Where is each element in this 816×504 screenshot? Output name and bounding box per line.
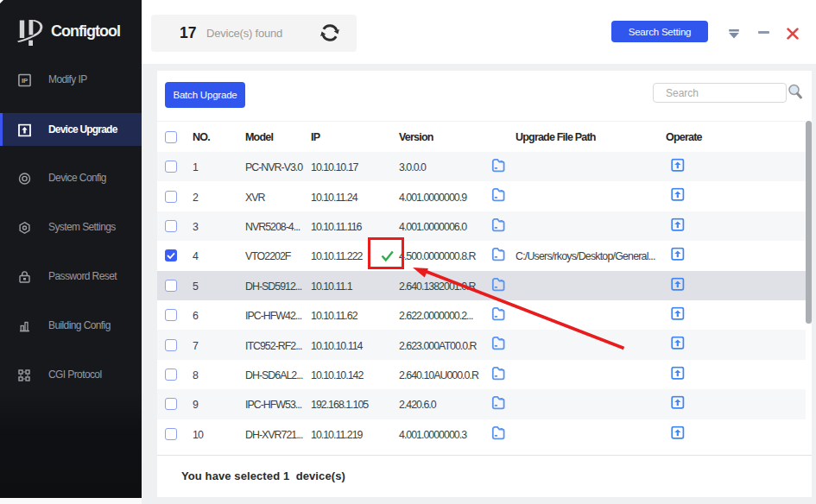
svg-text:IP: IP <box>22 76 28 84</box>
